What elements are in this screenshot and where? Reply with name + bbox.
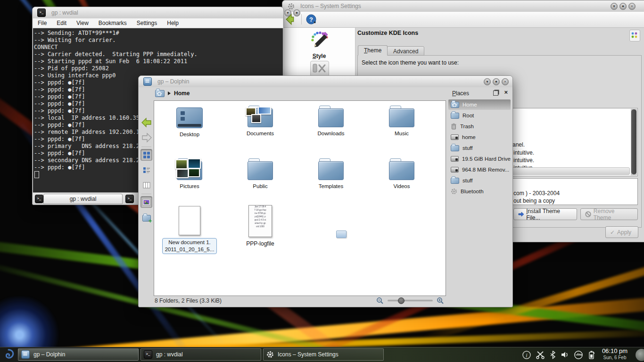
peripherals-icon[interactable] xyxy=(310,61,329,77)
back-button[interactable] xyxy=(140,116,152,128)
details-view-button[interactable] xyxy=(140,164,152,176)
folder-icon xyxy=(389,161,414,180)
tab-advanced[interactable]: Advanced xyxy=(387,46,424,56)
columns-view-button[interactable] xyxy=(140,179,152,191)
minimize-button[interactable]: ▾ xyxy=(611,3,618,10)
file-item-downloads[interactable]: Downloads xyxy=(303,105,359,136)
menu-help[interactable]: Help xyxy=(167,20,179,26)
klipper-icon[interactable] xyxy=(536,351,545,359)
file-item-new-document[interactable]: New document 1. 2011_01_20_16_5... xyxy=(161,206,218,254)
menu-view[interactable]: View xyxy=(76,20,89,26)
file-item-music[interactable]: Music xyxy=(373,105,430,136)
file-item-desktop[interactable]: Desktop xyxy=(161,105,218,137)
file-item-videos[interactable]: Videos xyxy=(373,157,430,189)
icons-view-icon xyxy=(143,151,150,159)
place-item-home-partition[interactable]: home xyxy=(448,132,511,142)
task-system-settings[interactable]: Icons – System Settings xyxy=(263,348,384,361)
icons-view-button[interactable] xyxy=(140,149,152,161)
file-item-pictures[interactable]: Pictures xyxy=(161,157,218,189)
task-dolphin[interactable]: gp – Dolphin xyxy=(18,348,139,361)
forward-button[interactable] xyxy=(140,132,152,143)
file-item-ppp-logfile[interactable]: Jan 17 09:4 7:18 gp-Asp ire-5738 pp pd[1… xyxy=(232,205,289,247)
volume-icon[interactable] xyxy=(561,351,570,359)
settings-titlebar[interactable]: Icons – System Settings xyxy=(282,0,644,12)
tab-theme[interactable]: Theme xyxy=(358,45,388,56)
zoom-slider[interactable] xyxy=(388,300,433,302)
svg-text:i: i xyxy=(526,352,527,359)
desktop: Icons – System Settings ▾ ● × ? ▾ xyxy=(0,0,644,362)
folder-view[interactable]: Desktop Documents Downloads Music xyxy=(154,100,446,296)
check-icon: ✓ xyxy=(610,229,615,236)
panel-toolbox-icon[interactable] xyxy=(636,349,644,361)
terminal-titlebar[interactable]: >_ gp : wvdial xyxy=(33,7,283,18)
maximize-button[interactable]: ● xyxy=(619,3,627,10)
task-terminal[interactable]: >_ gp : wvdial xyxy=(140,348,261,361)
menu-edit[interactable]: Edit xyxy=(57,20,66,26)
split-view-button[interactable]: + xyxy=(140,212,152,224)
terminal-tab[interactable]: gp : wvdial xyxy=(43,194,123,204)
place-item-hard-drive[interactable]: 19.5 GiB Hard Drive xyxy=(448,154,511,164)
dolphin-titlebar[interactable]: gp – Dolphin xyxy=(139,76,512,87)
place-item-root[interactable]: Root xyxy=(448,110,511,121)
dolphin-icon xyxy=(143,77,152,86)
zoom-in-icon[interactable] xyxy=(437,297,444,304)
new-tab-button[interactable]: >_ xyxy=(35,195,43,203)
place-item-stuff[interactable]: stuff xyxy=(448,143,511,153)
theme-description-fragment: com ) - 2003-2004 xyxy=(513,190,560,197)
close-button[interactable]: × xyxy=(502,78,509,85)
maximize-button[interactable]: ● xyxy=(293,9,300,16)
battery-icon[interactable] xyxy=(587,350,595,360)
close-button[interactable]: × xyxy=(628,3,636,10)
home-folder-icon[interactable] xyxy=(155,90,165,97)
apply-button[interactable]: ✓ Apply xyxy=(605,226,638,238)
close-icon[interactable]: × xyxy=(504,89,508,96)
place-item-bluetooth[interactable]: Bluetooth xyxy=(448,186,511,197)
drag-ghost-icon xyxy=(336,230,347,238)
usb-icon[interactable] xyxy=(574,350,583,360)
scrollbar-handle[interactable] xyxy=(631,109,636,174)
zoom-out-icon[interactable] xyxy=(376,297,384,304)
help-button[interactable]: ? ▾ xyxy=(305,14,317,26)
gear-icon xyxy=(287,2,295,10)
info-icon[interactable]: i xyxy=(522,350,531,360)
menu-file[interactable]: File xyxy=(38,20,47,26)
scrollbar[interactable] xyxy=(631,109,637,175)
place-item-home[interactable]: Home xyxy=(448,99,511,110)
maximize-button[interactable]: ● xyxy=(493,78,500,85)
remove-theme-button[interactable]: Remove Theme xyxy=(580,208,638,220)
terminal-tab-icon[interactable]: >_ xyxy=(125,195,134,203)
sidebar-item-style[interactable]: Style xyxy=(283,32,355,59)
page-title: Customize KDE Icons xyxy=(357,30,418,36)
documents-folder-icon xyxy=(248,108,273,127)
file-item-documents[interactable]: Documents xyxy=(232,105,289,136)
terminal-menubar: File Edit View Bookmarks Settings Help xyxy=(33,18,283,28)
arrow-right-icon xyxy=(518,212,524,217)
preview-toggle-button[interactable] xyxy=(140,196,152,208)
place-item-trash[interactable]: Trash xyxy=(448,121,511,132)
theme-list-fragment: anel. xyxy=(512,141,525,148)
folder-icon xyxy=(389,108,414,127)
place-item-stuff-2[interactable]: stuff xyxy=(448,175,511,186)
settings-toolbar: ? ▾ xyxy=(283,12,644,28)
minimize-button[interactable]: ▾ xyxy=(284,9,291,16)
gear-icon xyxy=(451,188,457,195)
chevron-right-icon xyxy=(167,91,171,96)
file-item-public[interactable]: Public xyxy=(232,157,289,189)
overview-icon[interactable] xyxy=(629,30,640,41)
breadcrumb-home[interactable]: Home xyxy=(174,90,190,97)
clock[interactable]: 06:10 pm Sun, 6 Feb xyxy=(596,348,634,361)
zoom-slider-handle[interactable] xyxy=(398,297,405,304)
places-header[interactable]: Places xyxy=(452,90,469,97)
dolphin-statusbar: 8 Folders, 2 Files (3.3 KiB) xyxy=(154,295,445,306)
minimize-button[interactable]: ▾ xyxy=(484,78,491,85)
place-item-removable[interactable]: 964.8 MiB Remov... xyxy=(448,165,511,175)
menu-settings[interactable]: Settings xyxy=(137,20,157,26)
install-theme-button[interactable]: Install Theme File... xyxy=(513,208,577,220)
launcher-icon[interactable] xyxy=(1,348,16,361)
desktop-folder-icon xyxy=(176,107,203,128)
text-file-icon: Jan 17 09:4 7:18 gp-Asp ire-5738 pp pd[1… xyxy=(248,205,272,237)
file-item-templates[interactable]: Templates xyxy=(303,157,359,189)
detach-icon[interactable] xyxy=(493,90,498,96)
bluetooth-icon[interactable] xyxy=(549,350,556,359)
menu-bookmarks[interactable]: Bookmarks xyxy=(99,20,127,26)
